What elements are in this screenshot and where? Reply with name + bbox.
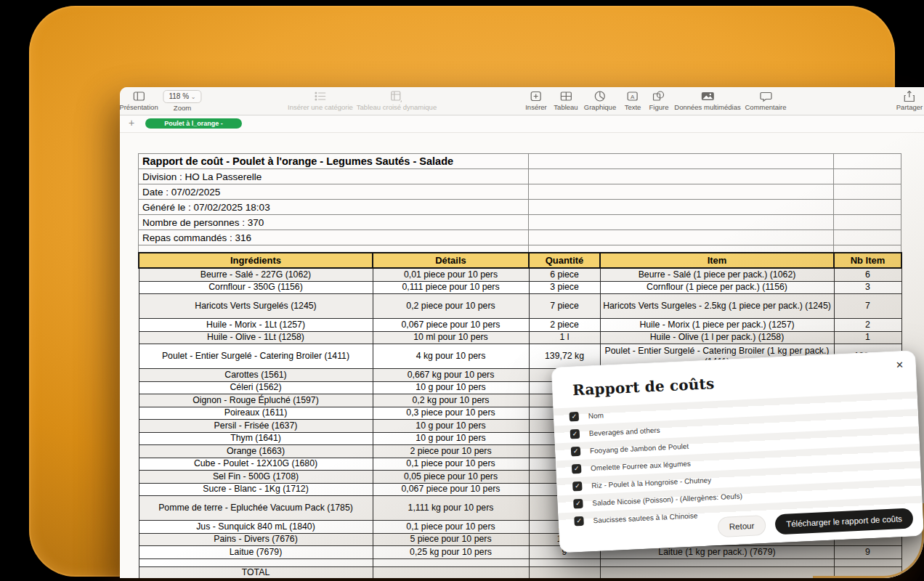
toolbar-media-button[interactable]: Données multimédias (674, 90, 740, 111)
cell-details[interactable]: 10 g pour 10 pers (373, 420, 529, 433)
cell-qty[interactable]: 7 piece (529, 294, 600, 319)
cell-ingredient[interactable]: Pomme de terre - Epluchée Vacuum Pack (1… (139, 496, 373, 521)
checkbox-checked-icon[interactable]: ✓ (573, 498, 583, 508)
cell-details[interactable]: 10 ml pour 10 pers (373, 331, 529, 344)
close-icon[interactable]: ✕ (896, 360, 904, 370)
add-sheet-button[interactable]: + (126, 117, 137, 129)
checkbox-checked-icon[interactable]: ✓ (574, 516, 584, 526)
empty-cell[interactable] (529, 154, 834, 169)
cell-nbitem[interactable]: 6 (834, 268, 901, 281)
empty-cell[interactable] (834, 169, 901, 184)
cell-ingredient[interactable]: Thym (1641) (139, 432, 373, 445)
empty-cell[interactable] (834, 230, 901, 245)
sheet-tab[interactable]: Poulet à l_orange - (145, 118, 242, 129)
column-header[interactable]: Item (600, 253, 834, 268)
cell-ingredient[interactable]: Persil - Frisée (1637) (139, 420, 373, 433)
cell-details[interactable]: 0,3 piece pour 10 pers (373, 407, 529, 420)
column-header[interactable]: Quantité (529, 253, 600, 268)
checkbox-checked-icon[interactable]: ✓ (572, 463, 582, 474)
cell-details[interactable]: 0,067 piece pour 10 pers (373, 319, 529, 332)
info-cell[interactable]: Nombre de personnes : 370 (139, 215, 529, 230)
toolbar-comment-button[interactable]: Commentaire (745, 90, 786, 111)
cell-ingredient[interactable]: Cube - Poulet - 12X10G (1680) (139, 458, 373, 471)
cell-ingredient[interactable]: Beurre - Salé - 227G (1062) (139, 268, 373, 281)
empty-cell[interactable] (529, 215, 834, 230)
cell-details[interactable]: 0,667 kg pour 10 pers (373, 369, 529, 382)
empty-cell[interactable] (529, 184, 834, 200)
cell-item[interactable]: Cornflour (1 piece per pack.) (1156) (600, 281, 834, 294)
cell-item[interactable]: Huile - Morix (1 piece per pack.) (1257) (600, 319, 834, 332)
cell-details[interactable]: 0,2 kg pour 10 pers (373, 394, 529, 407)
cell-total-label[interactable]: TOTAL (139, 566, 373, 578)
toolbar-zoom-button[interactable]: 118 % ⌄Zoom (163, 90, 201, 112)
column-header[interactable]: Ingrédients (139, 253, 373, 268)
cell-item[interactable]: Beurre - Salé (1 piece per pack.) (1062) (600, 268, 834, 281)
back-button[interactable]: Retour (717, 515, 766, 537)
cell-ingredient[interactable]: Laitue (7679) (139, 546, 373, 559)
cell-details[interactable]: 10 g pour 10 pers (373, 432, 529, 445)
toolbar-presentation-button[interactable]: Présentation (120, 90, 158, 111)
checkbox-checked-icon[interactable]: ✓ (570, 428, 580, 439)
cell-ingredient[interactable]: Cornflour - 350G (1156) (139, 281, 373, 294)
cell-ingredient[interactable]: Orange (1663) (139, 445, 373, 458)
empty-cell[interactable] (529, 169, 834, 184)
cell-ingredient[interactable]: Poireaux (1611) (139, 407, 373, 420)
cell-details[interactable]: 0,1 piece pour 10 pers (373, 458, 529, 471)
zoom-level-button[interactable]: 118 % ⌄ (163, 90, 201, 103)
toolbar-shape-button[interactable]: Figure (649, 90, 669, 111)
empty-cell[interactable] (834, 184, 901, 200)
cell-ingredient[interactable]: Jus - Sunquick 840 mL (1840) (139, 521, 373, 534)
cell-ingredient[interactable]: Céleri (1562) (139, 381, 373, 394)
toolbar-table-button[interactable]: Tableau (554, 90, 578, 111)
cell-item[interactable]: Huile - Olive (1 l per pack.) (1258) (600, 331, 834, 344)
cell-details[interactable]: 2 piece pour 10 pers (373, 445, 529, 458)
toolbar-text-button[interactable]: ATexte (625, 90, 641, 111)
cell-qty[interactable]: 3 piece (529, 281, 600, 294)
empty-cell[interactable] (834, 215, 901, 230)
cell-ingredient[interactable]: Huile - Morix - 1Lt (1257) (139, 319, 373, 332)
toolbar-insert-button[interactable]: Insérer (525, 90, 547, 111)
info-cell[interactable]: Date : 07/02/2025 (139, 184, 529, 200)
cell-details[interactable]: 0,25 kg pour 10 pers (373, 546, 529, 559)
info-cell[interactable]: Division : HO La Passerelle (139, 169, 529, 184)
cell-qty[interactable]: 2 piece (529, 319, 600, 332)
cell-ingredient[interactable]: Sucre - Blanc - 1Kg (1712) (139, 483, 373, 496)
cell-details[interactable]: 0,1 piece pour 10 pers (373, 521, 529, 534)
cell-qty[interactable]: 1 l (529, 331, 600, 344)
cell-ingredient[interactable]: Poulet - Entier Surgelé - Catering Broil… (139, 344, 373, 369)
cell-ingredient[interactable]: Pains - Divers (7676) (139, 533, 373, 546)
cell-qty[interactable]: 6 piece (529, 268, 600, 281)
cell-details[interactable]: 0,2 piece pour 10 pers (373, 294, 529, 319)
cell-details[interactable]: 0,067 piece pour 10 pers (373, 483, 529, 496)
cell-details[interactable]: 4 kg pour 10 pers (373, 344, 529, 369)
cell-ingredient[interactable]: Carottes (1561) (139, 369, 373, 382)
info-cell[interactable]: Rapport de coût - Poulet à l'orange - Le… (139, 154, 529, 169)
cell-details[interactable]: 0,01 piece pour 10 pers (373, 268, 529, 281)
cell-ingredient[interactable]: Sel Fin - 500G (1708) (139, 471, 373, 484)
empty-cell[interactable] (529, 230, 834, 245)
cell-nbitem[interactable]: 1 (834, 331, 901, 344)
info-cell[interactable]: Généré le : 07/02/2025 18:03 (139, 200, 529, 215)
cell-nbitem[interactable]: 2 (834, 319, 901, 332)
column-header[interactable]: Nb Item (834, 253, 901, 268)
cell-ingredient[interactable]: Huile - Olive - 1Lt (1258) (139, 331, 373, 344)
empty-cell[interactable] (834, 154, 901, 169)
info-cell[interactable]: Repas commandés : 316 (139, 230, 529, 245)
cell-nbitem[interactable]: 9 (834, 546, 901, 559)
checkbox-checked-icon[interactable]: ✓ (572, 481, 583, 491)
cell-nbitem[interactable]: 7 (834, 294, 901, 319)
cell-ingredient[interactable]: Oignon - Rouge Épluché (1597) (139, 394, 373, 407)
toolbar-share-button[interactable]: Partager (896, 90, 923, 111)
cell-details[interactable]: 0,111 piece pour 10 pers (373, 281, 529, 294)
empty-cell[interactable] (834, 200, 901, 215)
toolbar-chart-button[interactable]: Graphique (584, 90, 616, 111)
cell-ingredient[interactable]: Haricots Verts Surgelés (1245) (139, 294, 373, 319)
cell-details[interactable]: 1,111 kg pour 10 pers (373, 496, 529, 521)
empty-cell[interactable] (529, 200, 834, 215)
cell-details[interactable]: 10 g pour 10 pers (373, 381, 529, 394)
cell-details[interactable]: 5 piece pour 10 pers (373, 533, 529, 546)
cell-details[interactable]: 0,05 piece pour 10 pers (373, 471, 529, 484)
column-header[interactable]: Détails (373, 253, 529, 268)
cell-item[interactable]: Haricots Verts Surgeles - 2.5kg (1 piece… (600, 294, 834, 319)
checkbox-checked-icon[interactable]: ✓ (569, 411, 579, 421)
